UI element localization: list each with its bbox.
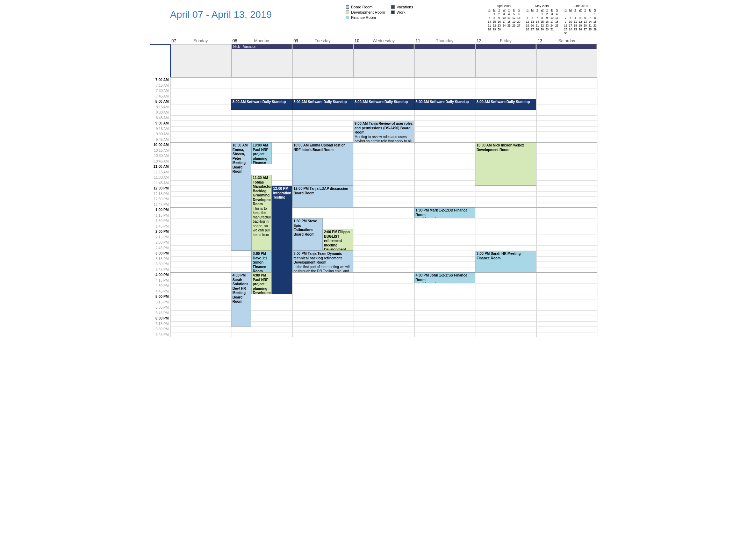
swatch-board-room [346,5,349,9]
allday-row: Nick - Vacation [150,44,597,77]
allday-cell[interactable] [170,44,231,77]
mini-calendars: April 2019SMTWTFS12345678910111213141516… [487,4,597,35]
day-header[interactable]: 13Saturday [536,38,597,44]
allday-event[interactable] [354,44,414,49]
day-header[interactable]: 10Wednesday [353,38,414,44]
allday-cell[interactable] [353,44,414,77]
swatch-dev-room [346,10,349,14]
allday-cell[interactable] [475,44,536,77]
time-axis: 7:00 AM7:15 AM7:30 AM7:45 AM8:00 AM8:15 … [150,77,170,337]
allday-cell[interactable]: Nick - Vacation [231,44,292,77]
day-header[interactable]: 08Monday [231,38,292,44]
allday-cell[interactable] [414,44,475,77]
day-header-row: 07Sunday 08Monday 09Tuesday 10Wednesday … [150,38,597,44]
mini-calendar[interactable]: June 2019SMTWTFS123456789101112131415161… [563,4,597,35]
allday-event[interactable] [537,44,597,49]
calendar-grid[interactable]: 8:00 AM Software Daily Standup8:00 AM So… [170,77,597,337]
allday-event[interactable] [415,44,475,49]
swatch-fin-room [346,16,349,19]
legend: Board Room Vacations Development Room Wo… [346,5,413,35]
day-header[interactable]: 12Friday [475,38,536,44]
allday-cell[interactable] [536,44,597,77]
swatch-work [391,10,395,14]
mini-calendar[interactable]: April 2019SMTWTFS12345678910111213141516… [487,4,521,35]
day-header[interactable]: 09Tuesday [292,38,353,44]
page-title: April 07 - April 13, 2019 [150,3,272,35]
allday-event[interactable] [476,44,536,49]
mini-calendar[interactable]: May 2019SMTWTFS1234567891011121314151617… [525,4,559,35]
allday-event[interactable]: Nick - Vacation [232,44,292,49]
swatch-vacations [391,5,395,9]
allday-cell[interactable] [292,44,353,77]
allday-event[interactable] [293,44,353,49]
day-header[interactable]: 07Sunday [170,38,231,44]
day-header[interactable]: 11Thursday [414,38,475,44]
